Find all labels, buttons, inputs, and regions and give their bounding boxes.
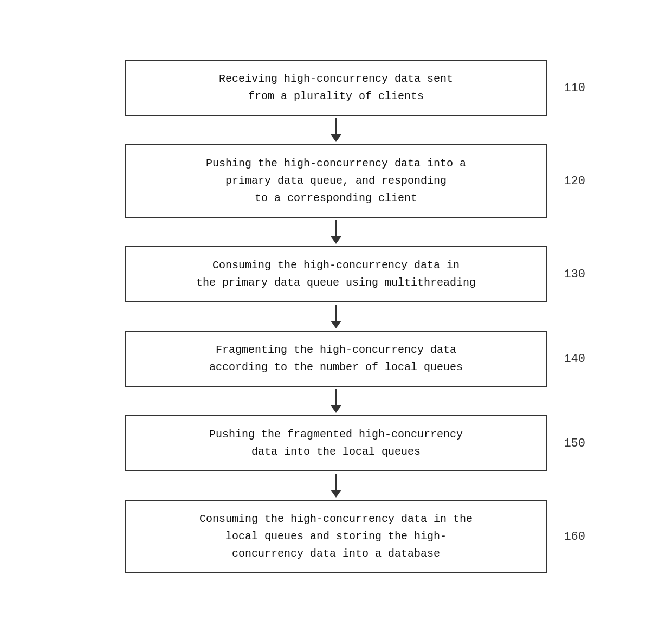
arrow-2 [331,218,341,246]
arrow-line-2 [335,220,337,236]
step-box-160: Consuming the high-concurrency data in t… [125,500,547,573]
step-wrapper-150: Pushing the fragmented high-concurrency … [33,415,639,471]
step-label-120: 120 [564,175,585,188]
arrow-4 [331,387,341,415]
step-wrapper-110: Receiving high-concurrency data sent fro… [33,60,639,116]
step-wrapper-140: Fragmenting the high-concurrency data ac… [33,331,639,387]
step-label-110: 110 [564,81,585,95]
arrow-line-1 [335,118,337,134]
arrow-line-5 [335,474,337,490]
arrow-head-4 [331,405,341,413]
step-label-130: 130 [564,268,585,281]
step-label-140: 140 [564,352,585,366]
step-box-120: Pushing the high-concurrency data into a… [125,144,547,218]
step-box-140: Fragmenting the high-concurrency data ac… [125,331,547,387]
step-text-140: Fragmenting the high-concurrency data ac… [209,341,463,376]
step-label-150: 150 [564,437,585,450]
step-text-160: Consuming the high-concurrency data in t… [199,511,473,563]
arrow-head-5 [331,490,341,498]
arrow-line-3 [335,305,337,321]
step-wrapper-120: Pushing the high-concurrency data into a… [33,144,639,218]
arrow-head-3 [331,321,341,328]
arrow-head-1 [331,134,341,142]
arrow-1 [331,116,341,144]
arrow-line-4 [335,389,337,405]
step-box-110: Receiving high-concurrency data sent fro… [125,60,547,116]
arrow-3 [331,302,341,331]
step-wrapper-160: Consuming the high-concurrency data in t… [33,500,639,573]
step-text-110: Receiving high-concurrency data sent fro… [219,70,453,105]
step-text-150: Pushing the fragmented high-concurrency … [209,426,463,461]
step-box-130: Consuming the high-concurrency data in t… [125,246,547,302]
arrow-head-2 [331,236,341,244]
step-wrapper-130: Consuming the high-concurrency data in t… [33,246,639,302]
step-label-160: 160 [564,530,585,544]
step-text-120: Pushing the high-concurrency data into a… [206,155,466,207]
arrow-5 [331,471,341,500]
step-text-130: Consuming the high-concurrency data in t… [196,257,476,292]
flowchart-container: Receiving high-concurrency data sent fro… [0,38,672,595]
step-box-150: Pushing the fragmented high-concurrency … [125,415,547,471]
